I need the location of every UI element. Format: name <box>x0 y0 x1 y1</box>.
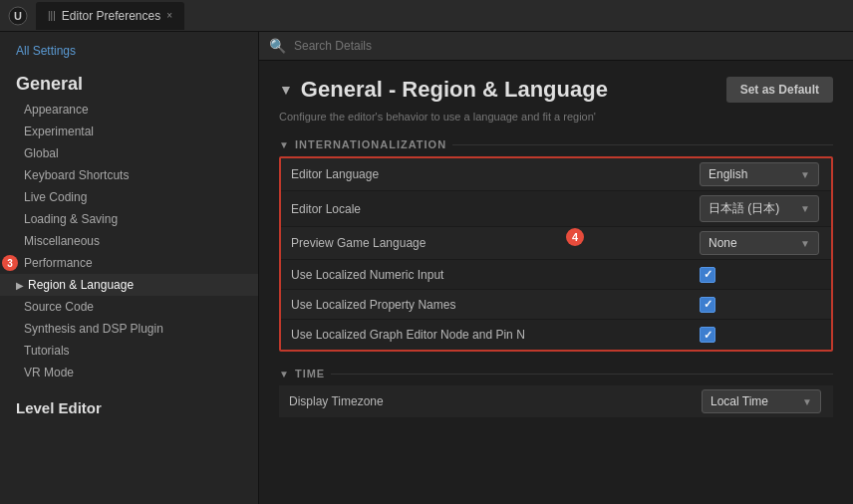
time-section-divider <box>331 374 833 375</box>
section-collapse-icon[interactable]: ▼ <box>279 139 289 150</box>
sidebar-item-global[interactable]: Global <box>0 142 258 164</box>
chevron-down-icon: ▼ <box>800 238 810 249</box>
use-localized-property-names-label: Use Localized Property Names <box>281 292 692 318</box>
use-localized-numeric-checkbox[interactable]: ✓ <box>700 267 715 283</box>
internationalization-settings-table: Editor Language English ▼ Editor Locale <box>279 156 833 352</box>
section-header: ▼ INTERNATIONALIZATION <box>279 138 833 150</box>
sidebar-item-source-code[interactable]: Source Code <box>0 296 258 318</box>
main-content: All Settings General Appearance Experime… <box>0 32 853 504</box>
preview-game-language-dropdown[interactable]: None ▼ <box>700 231 819 255</box>
use-localized-numeric-checkbox-container: ✓ <box>700 267 715 283</box>
use-localized-property-names-checkbox-container: ✓ <box>700 297 715 313</box>
use-localized-property-names-checkbox[interactable]: ✓ <box>700 297 715 313</box>
time-section-header: ▼ TIME <box>279 368 833 379</box>
use-localized-graph-label: Use Localized Graph Editor Node and Pin … <box>281 322 692 348</box>
tab-icon: ||| <box>48 10 56 21</box>
set-default-button[interactable]: Set as Default <box>726 77 833 103</box>
chevron-down-icon: ▼ <box>802 396 812 407</box>
display-timezone-value: Local Time ▼ <box>694 385 833 417</box>
section-title-internationalization: INTERNATIONALIZATION <box>295 138 446 150</box>
time-settings-table: Display Timezone Local Time ▼ <box>279 385 833 417</box>
sidebar-item-loading-saving[interactable]: Loading & Saving <box>0 208 258 230</box>
page-title: ▼ General - Region & Language <box>279 77 608 103</box>
editor-language-dropdown[interactable]: English ▼ <box>700 162 819 186</box>
use-localized-graph-checkbox-container: ✓ <box>700 327 715 343</box>
use-localized-numeric-label: Use Localized Numeric Input <box>281 262 692 288</box>
display-timezone-dropdown[interactable]: Local Time ▼ <box>702 389 821 413</box>
search-input[interactable] <box>294 39 843 53</box>
sidebar: All Settings General Appearance Experime… <box>0 32 259 504</box>
use-localized-graph-checkbox[interactable]: ✓ <box>700 327 715 343</box>
section-divider <box>452 144 833 145</box>
display-timezone-text: Local Time <box>711 394 768 408</box>
checkmark-icon: ✓ <box>704 298 712 311</box>
title-collapse-arrow[interactable]: ▼ <box>279 82 293 98</box>
editor-locale-text: 日本語 (日本) <box>709 200 779 217</box>
table-row: Use Localized Property Names ✓ <box>281 290 831 320</box>
editor-language-text: English <box>709 167 747 181</box>
performance-badge: 3 <box>2 255 18 271</box>
section-title-time: TIME <box>295 368 325 379</box>
title-tabs: ||| Editor Preferences × <box>36 2 184 30</box>
time-section-collapse-icon[interactable]: ▼ <box>279 369 289 379</box>
internationalization-section: ▼ INTERNATIONALIZATION Editor Language E… <box>279 138 833 352</box>
sidebar-item-synthesis-dsp[interactable]: Synthesis and DSP Plugin <box>0 318 258 340</box>
sidebar-item-appearance[interactable]: Appearance <box>0 99 258 121</box>
page-description: Configure the editor's behavior to use a… <box>279 111 833 123</box>
title-bar: U ||| Editor Preferences × <box>0 0 853 32</box>
app-logo: U <box>8 6 28 26</box>
table-row: Preview Game Language None ▼ <box>281 227 831 260</box>
table-row: Editor Language English ▼ <box>281 158 831 191</box>
preview-game-language-text: None <box>709 236 737 250</box>
content-body: 4 ▼ General - Region & Language Set as D… <box>259 61 853 504</box>
display-timezone-label: Display Timezone <box>279 388 694 414</box>
checkmark-icon: ✓ <box>704 329 712 342</box>
sidebar-item-experimental[interactable]: Experimental <box>0 121 258 142</box>
sidebar-item-tutorials[interactable]: Tutorials <box>0 340 258 362</box>
sidebar-section-general: General <box>0 66 258 99</box>
all-settings-link[interactable]: All Settings <box>0 40 258 66</box>
table-row: Display Timezone Local Time ▼ <box>279 385 833 417</box>
use-localized-property-names-value: ✓ <box>692 293 831 317</box>
chevron-down-icon: ▼ <box>800 169 810 180</box>
preview-game-language-value: None ▼ <box>692 227 831 259</box>
sidebar-section-level-editor: Level Editor <box>0 383 258 420</box>
sidebar-item-region-language[interactable]: ▶ Region & Language <box>0 274 258 296</box>
table-row: Editor Locale 日本語 (日本) ▼ <box>281 191 831 227</box>
sidebar-item-keyboard-shortcuts[interactable]: Keyboard Shortcuts <box>0 164 258 186</box>
region-language-label: Region & Language <box>28 278 134 292</box>
editor-language-label: Editor Language <box>281 161 692 187</box>
sidebar-item-performance[interactable]: 3 Performance <box>0 252 258 274</box>
table-row: Use Localized Graph Editor Node and Pin … <box>281 320 831 350</box>
editor-preferences-tab[interactable]: ||| Editor Preferences × <box>36 2 184 30</box>
preview-game-language-label: Preview Game Language <box>281 230 692 256</box>
editor-locale-label: Editor Locale <box>281 196 692 222</box>
sidebar-item-vr-mode[interactable]: VR Mode <box>0 362 258 383</box>
checkmark-icon: ✓ <box>704 268 712 281</box>
use-localized-graph-value: ✓ <box>692 323 831 347</box>
page-header: ▼ General - Region & Language Set as Def… <box>279 77 833 103</box>
editor-locale-value: 日本語 (日本) ▼ <box>692 191 831 226</box>
use-localized-numeric-value: ✓ <box>692 263 831 287</box>
sidebar-item-live-coding[interactable]: Live Coding <box>0 186 258 208</box>
table-row: Use Localized Numeric Input ✓ <box>281 260 831 290</box>
editor-locale-dropdown[interactable]: 日本語 (日本) ▼ <box>700 195 819 222</box>
search-icon: 🔍 <box>269 38 286 54</box>
tab-label: Editor Preferences <box>62 9 160 23</box>
chevron-down-icon: ▼ <box>800 203 810 214</box>
sidebar-item-miscellaneous[interactable]: Miscellaneous <box>0 230 258 252</box>
svg-text:U: U <box>14 10 22 22</box>
expand-arrow-icon: ▶ <box>16 280 24 291</box>
editor-language-value: English ▼ <box>692 158 831 190</box>
time-section: ▼ TIME Display Timezone Local Time ▼ <box>279 368 833 417</box>
search-bar: 🔍 <box>259 32 853 61</box>
badge-4: 4 <box>566 228 584 246</box>
tab-close-button[interactable]: × <box>166 10 172 21</box>
content-area: 🔍 4 ▼ General - Region & Language Set as… <box>259 32 853 504</box>
